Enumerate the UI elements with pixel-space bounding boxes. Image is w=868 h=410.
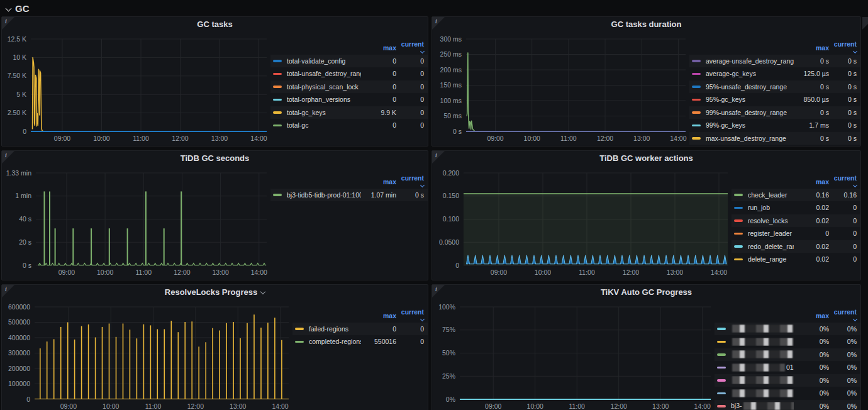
legend-sort-max[interactable]: max (361, 178, 396, 186)
legend-label[interactable]: check_leader (748, 191, 794, 199)
legend-item: total-gc_keys9.9 K0 (270, 106, 428, 119)
series-color-swatch (692, 137, 701, 140)
legend-item: 95%-gc_keys850.0 µs0 s (689, 93, 860, 106)
legend-sort-max[interactable]: max (794, 178, 829, 186)
chart-tikv-auto-gc-progress[interactable]: 0%25%50%75%100%09:0010:0011:0012:0013:00… (432, 299, 715, 410)
legend-label[interactable]: average-unsafe_destroy_range (706, 57, 794, 65)
legend-label-redacted[interactable]: 0180 (731, 376, 794, 384)
series-color-swatch (734, 245, 743, 248)
legend-current-value: 0 s (829, 57, 857, 65)
sort-chevron-icon (853, 317, 857, 321)
redaction-blur (732, 338, 794, 346)
panel-info-icon[interactable] (432, 151, 445, 163)
panel-title[interactable]: ResolveLocks Progress (2, 285, 428, 299)
legend-label[interactable]: total-orphan_versions (287, 96, 361, 103)
series-color-swatch (692, 99, 701, 101)
legend-tikv-auto-gc-progress: maxcurrent201800%0%01800%0%01800%0%01800… (715, 299, 860, 410)
panel-info-icon[interactable] (2, 17, 14, 30)
legend-label-redacted[interactable]: 0180 (731, 338, 794, 346)
legend-label[interactable]: 95%-unsafe_destroy_range (706, 83, 794, 91)
chart-resolvelocks-progress[interactable]: 010000020000030000040000050000060000009:… (2, 299, 292, 410)
legend-sort-current[interactable]: current (829, 308, 857, 323)
legend-label[interactable]: redo_delete_range (748, 243, 794, 250)
legend-label[interactable]: 99%-gc_keys (706, 121, 794, 129)
series-color-swatch (717, 379, 726, 382)
legend-label[interactable]: total-validate_config (287, 57, 361, 65)
legend-label[interactable]: total-gc (287, 121, 361, 129)
legend-sort-current[interactable]: current (396, 308, 424, 323)
svg-text:12:00: 12:00 (611, 402, 627, 410)
legend-sort-max[interactable]: max (794, 44, 829, 52)
legend-label[interactable]: resolve_locks (748, 217, 794, 224)
panel-info-icon[interactable] (2, 285, 14, 297)
redaction-blur (732, 389, 794, 397)
legend-label[interactable]: total-gc_keys (287, 109, 361, 116)
chart-gc-tasks-duration[interactable]: 0 s50 ms100 ms150 ms200 ms250 ms300 ms09… (432, 31, 689, 145)
legend-current-value: 0 (396, 338, 424, 345)
legend-label[interactable]: completed-regions (309, 338, 361, 345)
panel-info-icon[interactable] (432, 285, 445, 297)
svg-text:13:00: 13:00 (230, 402, 246, 410)
legend-label[interactable]: delete_range (748, 255, 794, 263)
panel-title[interactable]: TiDB GC seconds (2, 151, 428, 165)
legend-label[interactable]: max-unsafe_destroy_range (706, 135, 794, 142)
svg-text:400000: 400000 (8, 334, 30, 341)
series-color-swatch (717, 341, 726, 343)
legend-item: register_leader00 (732, 227, 860, 240)
panel-title[interactable]: GC tasks (2, 17, 428, 31)
svg-text:0 s: 0 s (23, 262, 31, 269)
row-header-gc[interactable]: GC (0, 0, 868, 16)
svg-text:11:00: 11:00 (579, 269, 595, 276)
legend-label-redacted[interactable]: 0180 (731, 350, 794, 358)
legend-label-redacted[interactable]: 20180 (731, 324, 794, 333)
legend-label[interactable]: average-gc_keys (706, 70, 794, 77)
legend-sort-current[interactable]: current (829, 40, 857, 55)
collapse-chevron-icon (6, 5, 12, 11)
chart-canvas: 02.50 K5 K7.50 K10 K12.5 K09:0010:0011:0… (2, 31, 270, 145)
legend-label[interactable]: total-physical_scan_lock (287, 83, 361, 91)
legend-sort-current[interactable]: current (396, 174, 424, 189)
legend-label[interactable]: 99%-unsafe_destroy_range (706, 109, 794, 116)
legend-sort-max[interactable]: max (794, 312, 829, 319)
legend-label[interactable]: 95%-gc_keys (706, 96, 794, 103)
panel-title[interactable]: GC tasks duration (432, 17, 860, 31)
legend-sort-max[interactable]: max (361, 312, 396, 319)
svg-text:10:00: 10:00 (524, 135, 540, 142)
legend-max-value: 0% (794, 351, 829, 358)
legend-item: 99%-unsafe_destroy_range0 s0 s (689, 106, 860, 119)
legend-current-value: 0 s (829, 135, 857, 142)
legend-current-value: 0 s (829, 70, 857, 77)
svg-text:09:00: 09:00 (60, 402, 77, 410)
series-color-swatch (734, 233, 743, 235)
svg-text:14:00: 14:00 (670, 135, 686, 142)
legend-item: bj3-01800%0% (715, 400, 860, 410)
panel-info-icon[interactable] (862, 17, 868, 30)
legend-label[interactable]: register_leader (748, 230, 794, 237)
legend-label-redacted[interactable]: 0180 (731, 389, 794, 397)
legend-label-redacted[interactable]: bj3-0180 (731, 402, 794, 410)
legend-max-value: 0% (794, 338, 829, 345)
chart-gc-tasks[interactable]: 02.50 K5 K7.50 K10 K12.5 K09:0010:0011:0… (2, 31, 270, 145)
panel-gc-tasks: i GC tasks 02.50 K5 K7.50 K10 K12.5 K09:… (1, 16, 428, 147)
svg-text:11:00: 11:00 (133, 135, 149, 142)
legend-label[interactable]: total-unsafe_destroy_range (287, 70, 361, 77)
legend-item: 01800%0% (715, 348, 860, 362)
series-color-swatch (717, 328, 726, 330)
panel-title[interactable]: TiDB GC worker actions (432, 151, 860, 165)
legend-label[interactable]: bj3-tidb5-tidb-prod-01:10080 (287, 191, 361, 199)
legend-sort-max[interactable]: max (361, 44, 396, 52)
legend-sort-current[interactable]: current (396, 40, 424, 55)
panel-info-icon[interactable] (432, 17, 445, 30)
chart-tidb-gc-seconds[interactable]: 0 s20 s40 s1 min1.33 min09:0010:0011:001… (2, 165, 270, 279)
panel-title[interactable]: TiKV Auto GC Progress (432, 285, 860, 299)
panel-info-icon[interactable] (2, 151, 14, 163)
svg-text:09:00: 09:00 (485, 402, 501, 410)
legend-sort-current[interactable]: current (829, 174, 857, 189)
chart-tidb-gc-worker-actions[interactable]: 00.05000.1000.1500.20009:0010:0011:0012:… (432, 165, 732, 279)
series-color-swatch (717, 367, 726, 369)
legend-item: 01800%0% (715, 335, 860, 348)
legend-label-redacted[interactable]: 0180 (731, 363, 794, 372)
legend-label[interactable]: run_job (748, 204, 794, 211)
legend-label[interactable]: failed-regions (309, 325, 361, 333)
legend-tidb-gc-seconds: maxcurrentbj3-tidb5-tidb-prod-01:100801.… (270, 165, 428, 279)
